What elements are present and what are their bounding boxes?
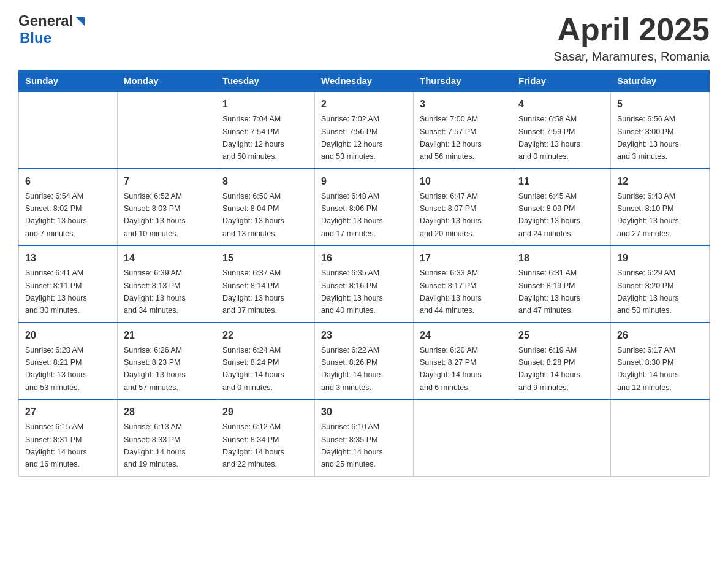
day-number: 9: [321, 174, 407, 189]
title-section: April 2025 Sasar, Maramures, Romania: [553, 12, 710, 64]
day-number: 16: [321, 251, 407, 266]
day-number: 20: [25, 328, 111, 343]
calendar-cell: 16Sunrise: 6:35 AM Sunset: 8:16 PM Dayli…: [315, 245, 414, 323]
calendar-cell: 21Sunrise: 6:26 AM Sunset: 8:23 PM Dayli…: [118, 323, 216, 400]
calendar-cell: 17Sunrise: 6:33 AM Sunset: 8:17 PM Dayli…: [414, 245, 512, 323]
main-title: April 2025: [553, 12, 710, 47]
calendar-cell: 20Sunrise: 6:28 AM Sunset: 8:21 PM Dayli…: [19, 323, 118, 400]
calendar-cell: 12Sunrise: 6:43 AM Sunset: 8:10 PM Dayli…: [611, 169, 710, 246]
calendar-cell: [414, 399, 512, 476]
logo-general-text: General: [18, 12, 73, 29]
day-number: 11: [518, 174, 604, 189]
day-info: Sunrise: 6:13 AM Sunset: 8:33 PM Dayligh…: [124, 423, 186, 469]
calendar-cell: 19Sunrise: 6:29 AM Sunset: 8:20 PM Dayli…: [611, 245, 710, 323]
calendar-cell: 5Sunrise: 6:56 AM Sunset: 8:00 PM Daylig…: [611, 91, 710, 169]
day-number: 30: [321, 405, 407, 419]
day-number: 3: [420, 97, 506, 112]
calendar-cell: 27Sunrise: 6:15 AM Sunset: 8:31 PM Dayli…: [19, 399, 118, 476]
day-info: Sunrise: 6:56 AM Sunset: 8:00 PM Dayligh…: [617, 115, 679, 161]
calendar-cell: 4Sunrise: 6:58 AM Sunset: 7:59 PM Daylig…: [512, 91, 611, 169]
calendar-table: Sunday Monday Tuesday Wednesday Thursday…: [18, 70, 710, 477]
day-info: Sunrise: 6:37 AM Sunset: 8:14 PM Dayligh…: [222, 269, 284, 315]
day-info: Sunrise: 6:28 AM Sunset: 8:21 PM Dayligh…: [25, 346, 87, 392]
day-number: 29: [222, 405, 308, 419]
logo-blue-text: Blue: [20, 29, 51, 46]
logo: General Blue: [18, 12, 87, 47]
calendar-week-row: 13Sunrise: 6:41 AM Sunset: 8:11 PM Dayli…: [19, 245, 710, 323]
day-number: 26: [617, 328, 703, 343]
day-number: 22: [222, 328, 308, 343]
day-info: Sunrise: 7:00 AM Sunset: 7:57 PM Dayligh…: [420, 115, 482, 161]
day-info: Sunrise: 6:35 AM Sunset: 8:16 PM Dayligh…: [321, 269, 383, 315]
calendar-week-row: 1Sunrise: 7:04 AM Sunset: 7:54 PM Daylig…: [19, 91, 710, 169]
calendar-cell: 8Sunrise: 6:50 AM Sunset: 8:04 PM Daylig…: [216, 169, 315, 246]
day-number: 6: [25, 174, 111, 189]
day-info: Sunrise: 7:04 AM Sunset: 7:54 PM Dayligh…: [222, 115, 284, 161]
day-number: 10: [420, 174, 506, 189]
calendar-cell: 7Sunrise: 6:52 AM Sunset: 8:03 PM Daylig…: [118, 169, 216, 246]
day-number: 2: [321, 97, 407, 112]
calendar-cell: 26Sunrise: 6:17 AM Sunset: 8:30 PM Dayli…: [611, 323, 710, 400]
day-info: Sunrise: 6:47 AM Sunset: 8:07 PM Dayligh…: [420, 192, 482, 238]
day-info: Sunrise: 6:45 AM Sunset: 8:09 PM Dayligh…: [518, 192, 580, 238]
subtitle: Sasar, Maramures, Romania: [553, 50, 710, 64]
calendar-cell: 13Sunrise: 6:41 AM Sunset: 8:11 PM Dayli…: [19, 245, 118, 323]
calendar-cell: 18Sunrise: 6:31 AM Sunset: 8:19 PM Dayli…: [512, 245, 611, 323]
day-number: 18: [518, 251, 604, 266]
col-monday: Monday: [118, 71, 216, 92]
calendar-cell: 11Sunrise: 6:45 AM Sunset: 8:09 PM Dayli…: [512, 169, 611, 246]
day-info: Sunrise: 6:43 AM Sunset: 8:10 PM Dayligh…: [617, 192, 679, 238]
day-number: 28: [124, 405, 210, 419]
calendar-cell: 3Sunrise: 7:00 AM Sunset: 7:57 PM Daylig…: [414, 91, 512, 169]
day-info: Sunrise: 6:10 AM Sunset: 8:35 PM Dayligh…: [321, 423, 383, 469]
calendar-cell: [512, 399, 611, 476]
logo-triangle-icon: [74, 15, 87, 28]
calendar-cell: 24Sunrise: 6:20 AM Sunset: 8:27 PM Dayli…: [414, 323, 512, 400]
day-number: 14: [124, 251, 210, 266]
day-info: Sunrise: 6:24 AM Sunset: 8:24 PM Dayligh…: [222, 346, 284, 392]
day-info: Sunrise: 7:02 AM Sunset: 7:56 PM Dayligh…: [321, 115, 383, 161]
calendar-cell: [118, 91, 216, 169]
day-number: 12: [617, 174, 703, 189]
day-number: 4: [518, 97, 604, 112]
day-info: Sunrise: 6:19 AM Sunset: 8:28 PM Dayligh…: [518, 346, 580, 392]
day-number: 25: [518, 328, 604, 343]
day-info: Sunrise: 6:39 AM Sunset: 8:13 PM Dayligh…: [124, 269, 186, 315]
col-wednesday: Wednesday: [315, 71, 414, 92]
calendar-cell: 23Sunrise: 6:22 AM Sunset: 8:26 PM Dayli…: [315, 323, 414, 400]
col-tuesday: Tuesday: [216, 71, 315, 92]
day-number: 1: [222, 97, 308, 112]
calendar-cell: 30Sunrise: 6:10 AM Sunset: 8:35 PM Dayli…: [315, 399, 414, 476]
calendar-cell: 28Sunrise: 6:13 AM Sunset: 8:33 PM Dayli…: [118, 399, 216, 476]
day-number: 27: [25, 405, 111, 419]
day-number: 17: [420, 251, 506, 266]
day-number: 5: [617, 97, 703, 112]
day-number: 8: [222, 174, 308, 189]
day-info: Sunrise: 6:29 AM Sunset: 8:20 PM Dayligh…: [617, 269, 679, 315]
day-number: 24: [420, 328, 506, 343]
col-friday: Friday: [512, 71, 611, 92]
calendar-cell: 6Sunrise: 6:54 AM Sunset: 8:02 PM Daylig…: [19, 169, 118, 246]
calendar-cell: 15Sunrise: 6:37 AM Sunset: 8:14 PM Dayli…: [216, 245, 315, 323]
calendar-cell: 9Sunrise: 6:48 AM Sunset: 8:06 PM Daylig…: [315, 169, 414, 246]
day-info: Sunrise: 6:58 AM Sunset: 7:59 PM Dayligh…: [518, 115, 580, 161]
col-thursday: Thursday: [414, 71, 512, 92]
day-number: 19: [617, 251, 703, 266]
calendar-cell: 25Sunrise: 6:19 AM Sunset: 8:28 PM Dayli…: [512, 323, 611, 400]
calendar-cell: 10Sunrise: 6:47 AM Sunset: 8:07 PM Dayli…: [414, 169, 512, 246]
day-info: Sunrise: 6:33 AM Sunset: 8:17 PM Dayligh…: [420, 269, 482, 315]
day-number: 23: [321, 328, 407, 343]
calendar-week-row: 20Sunrise: 6:28 AM Sunset: 8:21 PM Dayli…: [19, 323, 710, 400]
calendar-cell: 29Sunrise: 6:12 AM Sunset: 8:34 PM Dayli…: [216, 399, 315, 476]
calendar-week-row: 27Sunrise: 6:15 AM Sunset: 8:31 PM Dayli…: [19, 399, 710, 476]
calendar-cell: [611, 399, 710, 476]
day-info: Sunrise: 6:54 AM Sunset: 8:02 PM Dayligh…: [25, 192, 87, 238]
day-info: Sunrise: 6:17 AM Sunset: 8:30 PM Dayligh…: [617, 346, 679, 392]
calendar-cell: [19, 91, 118, 169]
col-sunday: Sunday: [19, 71, 118, 92]
day-info: Sunrise: 6:50 AM Sunset: 8:04 PM Dayligh…: [222, 192, 284, 238]
calendar-cell: 14Sunrise: 6:39 AM Sunset: 8:13 PM Dayli…: [118, 245, 216, 323]
day-info: Sunrise: 6:31 AM Sunset: 8:19 PM Dayligh…: [518, 269, 580, 315]
day-number: 15: [222, 251, 308, 266]
col-saturday: Saturday: [611, 71, 710, 92]
